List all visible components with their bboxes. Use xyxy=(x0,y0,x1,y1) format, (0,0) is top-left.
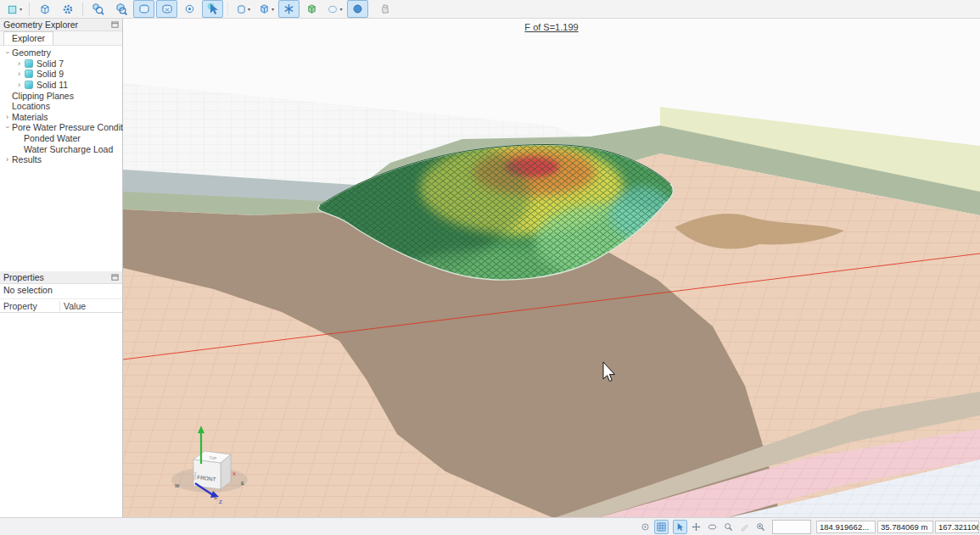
chevron-collapsed-icon[interactable] xyxy=(14,81,24,89)
coordinate-x-readout: 184.919662... xyxy=(816,521,876,533)
solid-cube-icon xyxy=(25,59,33,68)
zoom-cube-icon xyxy=(114,2,128,16)
zoom-geometry-in-button[interactable] xyxy=(87,0,109,18)
fos-label: F of S=1.199 xyxy=(524,22,578,32)
panel-title: Geometry Explorer xyxy=(3,20,78,30)
magnifier-plus-icon xyxy=(756,522,765,532)
solid-cube-icon xyxy=(25,70,33,78)
panel-title: Properties xyxy=(3,272,44,282)
zoom-geometry-out-button[interactable] xyxy=(110,0,132,18)
explorer-tree: Geometry Solid 7 Solid 9 Solid 11 Clippi… xyxy=(0,46,122,165)
tab-strip: Explorer xyxy=(0,31,122,46)
tree-item-solid-11[interactable]: Solid 11 xyxy=(0,80,122,91)
compass-west-label[interactable]: W xyxy=(175,483,180,488)
cursor-icon xyxy=(675,522,685,532)
grid-icon xyxy=(657,522,666,532)
compass-east-label[interactable]: E xyxy=(241,481,244,486)
x-axis-label: X xyxy=(232,471,236,476)
zoom-window-button[interactable] xyxy=(753,520,768,534)
tab-explorer[interactable]: Explorer xyxy=(3,31,53,45)
chevron-down-icon: ▾ xyxy=(20,6,22,12)
tree-item-solid-7[interactable]: Solid 7 xyxy=(0,59,122,70)
display-solid-button[interactable] xyxy=(133,0,154,18)
tree-item-materials[interactable]: Materials xyxy=(0,112,122,123)
scene-canvas[interactable]: W S E FRONT TOP LEFT X Z xyxy=(123,19,980,517)
chevron-collapsed-icon[interactable] xyxy=(14,70,24,78)
chevron-expanded-icon[interactable] xyxy=(3,48,12,57)
pick-cursor-icon xyxy=(205,2,221,16)
pin-icon[interactable] xyxy=(111,21,119,29)
material-cube-button[interactable] xyxy=(301,0,322,18)
tree-item-locations[interactable]: Locations xyxy=(0,101,122,112)
magnifier-icon xyxy=(724,522,733,532)
display-wireframe-button[interactable] xyxy=(156,0,177,18)
chevron-down-icon: ▾ xyxy=(248,6,250,12)
left-panel: Geometry Explorer Explorer Geometry Soli… xyxy=(0,19,123,517)
viewport-3d[interactable]: W S E FRONT TOP LEFT X Z F of S=1.199 xyxy=(123,19,980,517)
disc-small-icon xyxy=(183,3,196,15)
properties-panel: Properties No selection Property Value xyxy=(0,271,122,313)
chevron-collapsed-icon[interactable] xyxy=(3,113,12,121)
orbit-button[interactable] xyxy=(705,520,720,534)
pin-icon[interactable] xyxy=(111,274,119,281)
settings-gear-button[interactable] xyxy=(57,0,78,18)
asterisk-icon xyxy=(283,3,295,15)
tree-item-ponded-water[interactable]: Ponded Water xyxy=(0,133,122,144)
snap-circle-button[interactable] xyxy=(638,520,652,534)
box-icon xyxy=(258,3,271,15)
chevron-expanded-icon[interactable] xyxy=(3,123,12,131)
view-cube-icon xyxy=(38,3,52,16)
properties-header: Properties xyxy=(0,271,122,284)
pick-entities-button[interactable] xyxy=(202,0,223,18)
orbit-icon xyxy=(708,522,717,532)
no-selection-label: No selection xyxy=(0,284,122,299)
zoom-button[interactable] xyxy=(721,520,736,534)
eraser-tool-button[interactable] xyxy=(374,0,395,18)
status-bar: 184.919662... 35.784069 m 167.321106... xyxy=(0,517,980,535)
disc-mesh-icon xyxy=(160,3,174,16)
select-cursor-button[interactable] xyxy=(673,520,687,534)
tree-item-water-surcharge-load[interactable]: Water Surcharge Load xyxy=(0,143,122,154)
disc-icon xyxy=(137,3,151,16)
eraser-icon xyxy=(379,3,391,15)
snap-points-button[interactable] xyxy=(278,0,300,18)
display-points-button[interactable] xyxy=(179,0,200,18)
geometry-explorer-header: Geometry Explorer xyxy=(0,19,122,31)
chevron-down-icon: ▾ xyxy=(339,6,342,12)
tree-item-results[interactable]: Results xyxy=(0,154,122,165)
material-cube-icon xyxy=(305,3,318,15)
chevron-collapsed-icon[interactable] xyxy=(14,59,24,68)
cylinder-tool-button[interactable]: ▾ xyxy=(232,0,254,18)
chevron-down-icon: ▾ xyxy=(272,6,274,12)
zoom-cube-icon xyxy=(91,2,105,16)
pan-button[interactable] xyxy=(689,520,703,534)
tree-item-clipping-planes[interactable]: Clipping Planes xyxy=(0,90,122,101)
coordinate-z-readout: 167.321106... xyxy=(935,521,979,533)
z-axis-label: Z xyxy=(219,499,222,504)
application-window: ▾ ▾ xyxy=(0,0,980,535)
box-tool-button[interactable]: ▾ xyxy=(255,0,277,18)
status-input[interactable] xyxy=(772,520,811,534)
sphere-tool-button[interactable] xyxy=(347,0,368,18)
circle-tool-button[interactable]: ▾ xyxy=(324,0,345,18)
cylinder-icon xyxy=(236,3,247,15)
measure-button[interactable] xyxy=(737,520,752,534)
sphere-icon xyxy=(351,3,364,15)
chevron-collapsed-icon[interactable] xyxy=(3,155,12,164)
selection-square-icon xyxy=(6,3,19,15)
circle-icon xyxy=(327,3,339,15)
tree-item-geometry[interactable]: Geometry xyxy=(0,47,122,59)
tree-item-pore-water-pressure-conditions[interactable]: Pore Water Pressure Conditions xyxy=(0,122,122,133)
solid-cube-icon xyxy=(25,81,33,89)
view-cube-button[interactable] xyxy=(34,0,55,18)
gear-icon xyxy=(61,3,75,16)
coordinate-y-readout: 35.784069 m xyxy=(877,521,933,533)
tree-item-solid-9[interactable]: Solid 9 xyxy=(0,69,122,80)
properties-column-headers: Property Value xyxy=(0,299,122,313)
pan-cross-icon xyxy=(692,522,701,532)
snap-circle-icon xyxy=(641,522,650,532)
property-column-header: Property xyxy=(0,301,59,311)
grid-toggle-button[interactable] xyxy=(654,520,669,534)
selection-mode-button[interactable]: ▾ xyxy=(3,0,25,18)
toolbar: ▾ ▾ xyxy=(0,0,980,19)
